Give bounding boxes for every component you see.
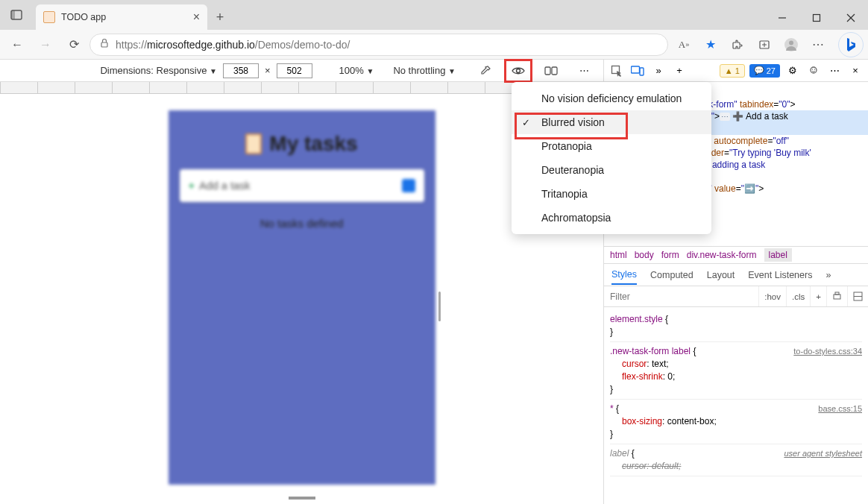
- svg-point-18: [811, 67, 817, 73]
- hov-button[interactable]: :hov: [758, 286, 786, 306]
- svg-rect-22: [835, 292, 839, 294]
- svg-point-11: [789, 40, 793, 45]
- dimensions-dropdown[interactable]: Dimensions: Responsive ▼: [100, 65, 217, 76]
- styles-pane[interactable]: element.style {} to-do-styles.css:34 .ne…: [604, 307, 868, 504]
- menu-item-achromatopsia[interactable]: Achromatopsia: [512, 206, 711, 230]
- tab-actions-button[interactable]: [0, 0, 33, 30]
- tab-favicon: [43, 11, 55, 23]
- profile-icon[interactable]: [779, 33, 804, 57]
- forward-button: →: [33, 33, 58, 57]
- devtools-close-icon[interactable]: ×: [847, 63, 864, 79]
- height-input[interactable]: [277, 63, 312, 78]
- viewport-resize-handle[interactable]: [438, 292, 443, 321]
- device-toolbar: Dimensions: Responsive ▼ × 100% ▼ No thr…: [0, 60, 603, 82]
- width-input[interactable]: [223, 63, 259, 78]
- back-button[interactable]: ←: [4, 33, 30, 57]
- svg-rect-21: [834, 294, 840, 299]
- menu-item-deuteranopia[interactable]: Deuteranopia: [512, 158, 711, 182]
- menu-item-tritanopia[interactable]: Tritanopia: [512, 182, 711, 206]
- tab-event-listeners[interactable]: Event Listeners: [748, 270, 812, 280]
- browser-tab[interactable]: TODO app ×: [36, 4, 207, 30]
- tab-layout[interactable]: Layout: [707, 270, 735, 280]
- app-title: My tasks: [169, 132, 435, 156]
- more-menu-icon[interactable]: ⋯: [805, 33, 831, 57]
- svg-rect-16: [632, 66, 640, 73]
- eyedropper-icon[interactable]: [472, 60, 499, 82]
- refresh-button[interactable]: ⟳: [61, 33, 87, 57]
- collections-icon[interactable]: [752, 33, 777, 57]
- minimize-button[interactable]: [765, 6, 799, 30]
- dimension-x: ×: [265, 65, 271, 76]
- svg-rect-14: [552, 67, 557, 75]
- svg-rect-1: [11, 10, 15, 19]
- url-text: https://microsoftedge.github.io/Demos/de…: [116, 39, 350, 51]
- svg-rect-3: [814, 15, 820, 22]
- svg-point-12: [517, 69, 521, 72]
- dom-breadcrumb[interactable]: html body form div.new-task-form label: [604, 246, 868, 264]
- extensions-icon[interactable]: [725, 33, 750, 57]
- device-toggle-icon[interactable]: [629, 63, 646, 79]
- favorite-star-icon[interactable]: ★: [698, 33, 723, 57]
- menu-item-protanopia[interactable]: Protanopia: [512, 134, 711, 158]
- styles-filter-input[interactable]: [604, 286, 758, 306]
- source-ua: user agent stylesheet: [784, 447, 862, 460]
- new-tab-plus-icon[interactable]: +: [671, 63, 688, 79]
- dual-screen-icon[interactable]: [538, 60, 564, 82]
- empty-state-text: No tasks defined: [169, 217, 435, 230]
- svg-rect-17: [640, 68, 644, 75]
- clipboard-icon: [245, 133, 262, 154]
- svg-point-20: [814, 69, 815, 69]
- settings-gear-icon[interactable]: ⚙: [784, 63, 801, 79]
- tab-styles[interactable]: Styles: [611, 269, 637, 285]
- panel-chevrons-icon[interactable]: »: [650, 63, 667, 79]
- menu-item-blurred-vision[interactable]: ✓Blurred vision: [512, 110, 711, 134]
- vision-deficiency-button[interactable]: [505, 60, 532, 82]
- cls-button[interactable]: .cls: [786, 286, 810, 306]
- svg-point-19: [812, 69, 813, 69]
- flexbox-icon[interactable]: [847, 286, 868, 306]
- viewport-bottom-handle[interactable]: [289, 497, 315, 500]
- warnings-badge[interactable]: ▲ 1: [720, 64, 745, 78]
- devtools-more-icon[interactable]: ⋯: [826, 63, 843, 79]
- source-link[interactable]: to-do-styles.css:34: [793, 345, 862, 358]
- feedback-icon[interactable]: [805, 63, 822, 79]
- info-badge[interactable]: 💬 27: [749, 64, 780, 78]
- close-window-button[interactable]: [834, 6, 868, 30]
- reader-mode-icon[interactable]: A»: [671, 33, 696, 57]
- svg-rect-6: [101, 42, 107, 47]
- check-icon: ✓: [522, 117, 530, 128]
- subtabs-more-icon[interactable]: »: [825, 270, 831, 280]
- zoom-dropdown[interactable]: 100% ▼: [339, 65, 374, 76]
- device-toolbar-more-icon[interactable]: ⋯: [570, 60, 597, 82]
- address-bar[interactable]: https://microsoftedge.github.io/Demos/de…: [89, 34, 668, 56]
- submit-task-button[interactable]: [402, 179, 415, 192]
- tab-computed[interactable]: Computed: [650, 270, 694, 280]
- tab-title: TODO app: [61, 12, 106, 22]
- throttling-dropdown[interactable]: No throttling ▼: [393, 65, 456, 76]
- print-media-icon[interactable]: [826, 286, 847, 306]
- add-task-input[interactable]: +Add a task: [180, 169, 424, 202]
- styles-subtabs: Styles Computed Layout Event Listeners »: [604, 264, 868, 286]
- inspect-element-icon[interactable]: [608, 63, 625, 79]
- lock-icon: [99, 38, 110, 51]
- new-tab-button[interactable]: +: [207, 4, 233, 30]
- source-link[interactable]: base.css:15: [818, 403, 862, 415]
- new-style-plus-icon[interactable]: +: [810, 286, 826, 306]
- bing-sidebar-button[interactable]: [838, 32, 864, 57]
- maximize-button[interactable]: [799, 6, 834, 30]
- emulated-viewport[interactable]: My tasks +Add a task No tasks defined: [169, 110, 435, 485]
- vision-deficiency-menu: No vision deficiency emulation ✓Blurred …: [512, 82, 711, 234]
- menu-item-no-deficiency[interactable]: No vision deficiency emulation: [512, 86, 711, 110]
- svg-rect-13: [545, 67, 550, 75]
- close-tab-icon[interactable]: ×: [193, 10, 200, 24]
